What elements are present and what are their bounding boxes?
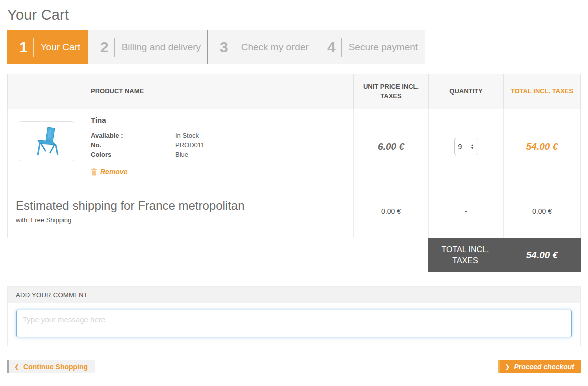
grand-total-row: TOTAL INCL. TAXES 54.00 € xyxy=(7,238,581,272)
header-quantity: QUANTITY xyxy=(428,74,503,109)
step-secure-payment: 4 Secure payment xyxy=(315,30,425,64)
empty-cell xyxy=(353,238,428,272)
unit-price-value: 6.00 € xyxy=(378,141,404,152)
comment-section: ADD YOUR COMMENT xyxy=(7,286,581,346)
step-number: 1 xyxy=(7,39,28,56)
page-title: Your Cart xyxy=(7,7,581,23)
product-attributes: Available : In Stock No. PROD011 Colors … xyxy=(91,131,204,159)
grand-total-label-cell: TOTAL INCL. TAXES xyxy=(428,238,503,272)
attribute-value: PROD011 xyxy=(175,140,204,150)
attribute-row: No. PROD011 xyxy=(91,140,204,150)
attribute-label: Available : xyxy=(91,131,175,140)
shipping-cell: Estimated shipping for France metropolit… xyxy=(8,184,353,238)
step-number: 2 xyxy=(88,39,109,56)
shipping-quantity-cell: - xyxy=(428,184,503,238)
checkout-steps: 1 Your Cart 2 Billing and delivery 3 Che… xyxy=(7,30,425,64)
shipping-total-cell: 0.00 € xyxy=(503,184,580,238)
trash-icon xyxy=(91,168,97,176)
cart-table-header: PRODUCT NAME UNIT PRICE INCL. TAXES QUAN… xyxy=(7,74,581,109)
total-price-cell: 54.00 € xyxy=(503,109,580,184)
step-your-cart[interactable]: 1 Your Cart xyxy=(7,30,88,64)
grand-total-value-cell: 54.00 € xyxy=(503,238,581,272)
product-info: Tina Available : In Stock No. PROD011 Co… xyxy=(91,116,204,176)
empty-cell xyxy=(7,238,353,272)
step-divider xyxy=(341,38,342,57)
step-number: 4 xyxy=(315,39,336,56)
step-label: Secure payment xyxy=(349,42,418,53)
cart-table: PRODUCT NAME UNIT PRICE INCL. TAXES QUAN… xyxy=(7,74,581,272)
grand-total-label: TOTAL INCL. TAXES xyxy=(435,244,495,267)
shipping-quantity: - xyxy=(465,207,467,215)
unit-price-cell: 6.00 € xyxy=(353,109,428,184)
quantity-spinner-arrows[interactable]: ▲ ▼ xyxy=(471,144,474,149)
continue-shopping-label: Continue Shopping xyxy=(23,363,88,371)
step-label: Billing and delivery xyxy=(122,42,201,53)
remove-label: Remove xyxy=(100,168,127,176)
proceed-checkout-button[interactable]: ❯ Proceed checkout xyxy=(498,360,581,373)
line-total-value: 54.00 € xyxy=(526,141,558,152)
comment-section-title: ADD YOUR COMMENT xyxy=(7,286,581,303)
header-total: TOTAL INCL. TAXES xyxy=(503,74,580,109)
blue-chair-image xyxy=(29,125,65,157)
continue-shopping-button[interactable]: ❮ Continue Shopping xyxy=(7,360,95,373)
shipping-title: Estimated shipping for France metropolit… xyxy=(16,199,245,213)
attribute-row: Available : In Stock xyxy=(91,131,204,140)
attribute-label: Colors xyxy=(91,150,175,159)
step-divider xyxy=(33,38,34,57)
attribute-value: Blue xyxy=(175,150,188,159)
chevron-right-icon: ❯ xyxy=(505,363,510,370)
attribute-label: No. xyxy=(91,140,175,150)
step-divider xyxy=(234,38,234,57)
quantity-input[interactable] xyxy=(458,143,466,151)
step-label: Your Cart xyxy=(41,42,81,53)
attribute-value: In Stock xyxy=(175,131,199,140)
attribute-row: Colors Blue xyxy=(91,150,204,159)
shipping-unit-price-cell: 0.00 € xyxy=(353,184,428,238)
shipping-row: Estimated shipping for France metropolit… xyxy=(7,184,581,238)
comment-body xyxy=(7,303,581,346)
remove-product-link[interactable]: Remove xyxy=(91,168,127,176)
step-check-order: 3 Check my order xyxy=(207,30,315,64)
product-name[interactable]: Tina xyxy=(91,116,204,124)
quantity-cell: ▲ ▼ xyxy=(428,109,503,184)
product-cell: Tina Available : In Stock No. PROD011 Co… xyxy=(8,109,353,184)
proceed-checkout-label: Proceed checkout xyxy=(514,363,574,371)
shipping-unit-price: 0.00 € xyxy=(381,207,401,215)
header-product-name: PRODUCT NAME xyxy=(8,74,353,109)
comment-textarea[interactable] xyxy=(16,310,572,337)
spinner-down-icon[interactable]: ▼ xyxy=(471,147,474,150)
shipping-total: 0.00 € xyxy=(532,207,552,215)
header-unit-price: UNIT PRICE INCL. TAXES xyxy=(353,74,428,109)
shipping-carrier: with: Free Shipping xyxy=(16,216,71,224)
chevron-left-icon: ❮ xyxy=(14,363,19,370)
grand-total-value: 54.00 € xyxy=(526,250,558,261)
step-label: Check my order xyxy=(241,42,309,53)
cart-footer: ❮ Continue Shopping ❯ Proceed checkout xyxy=(7,360,581,373)
cart-product-row: Tina Available : In Stock No. PROD011 Co… xyxy=(7,109,581,184)
step-billing-delivery: 2 Billing and delivery xyxy=(88,30,207,64)
quantity-stepper[interactable]: ▲ ▼ xyxy=(454,138,478,155)
step-divider xyxy=(114,38,115,57)
step-number: 3 xyxy=(208,39,228,56)
product-thumbnail[interactable] xyxy=(19,121,74,161)
